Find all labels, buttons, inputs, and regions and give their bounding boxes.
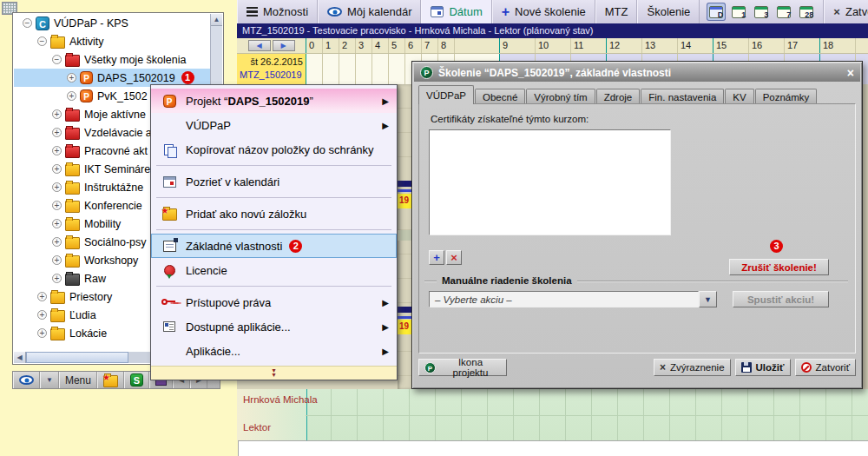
calendar-zoom-label: 3 xyxy=(764,10,768,19)
zoom-7-button[interactable]: 7 xyxy=(774,3,793,21)
tab-v-dpap[interactable]: VÚDPaP xyxy=(418,85,474,104)
tab-fin-nastavenia[interactable]: Fin. nastavenia xyxy=(641,89,724,104)
toolbar-close[interactable]: ×Zatvoriť xyxy=(824,0,868,23)
gantt-bar-fragment xyxy=(398,181,412,187)
expander-plus-icon[interactable]: + xyxy=(37,310,47,320)
gantt-cell[interactable] xyxy=(355,54,372,84)
expander-plus-icon[interactable]: + xyxy=(37,292,47,301)
save-button[interactable]: Uložiť xyxy=(735,359,791,376)
expander-plus-icon[interactable]: + xyxy=(52,201,62,210)
toolbar-label: Môj kalendár xyxy=(347,5,411,18)
calendar-zoom-label: 1 xyxy=(741,10,746,19)
expander-plus-icon[interactable]: + xyxy=(52,274,62,283)
menu-vudpap[interactable]: VÚDPaP▶ xyxy=(151,113,397,137)
menu-item-label: VÚDPaP xyxy=(186,119,231,132)
cancel-training-button[interactable]: Zrušiť školenie! xyxy=(729,259,829,275)
remove-certificate-button[interactable]: × xyxy=(446,250,462,265)
folder-yellow-icon xyxy=(65,201,80,213)
add-certificate-button[interactable]: + xyxy=(429,250,444,265)
expander-plus-icon[interactable]: + xyxy=(52,237,62,247)
dropdown-arrow-button[interactable]: ▼ xyxy=(699,291,717,307)
gantt-cell[interactable] xyxy=(372,54,388,84)
toolbar-new-training[interactable]: +Nové školenie xyxy=(492,0,595,23)
run-action-button[interactable]: Spustiť akciu! xyxy=(733,291,829,307)
dialog-title-bar[interactable]: P Školenie “DAPS_1502019”, základné vlas… xyxy=(414,63,860,82)
zoom-day-button[interactable]: D xyxy=(707,3,726,21)
expander-plus-icon[interactable]: + xyxy=(52,146,62,155)
bookmark-icon xyxy=(103,375,118,387)
bookmark-button[interactable] xyxy=(97,372,124,388)
visibility-button[interactable] xyxy=(13,372,40,388)
menu-view-in-calendar[interactable]: Pozrieť v kalendári xyxy=(151,169,397,194)
bottom-scroll-strip[interactable] xyxy=(238,440,868,456)
nav-prev-button[interactable]: ◀ xyxy=(248,40,271,51)
dialog-close-icon[interactable]: × xyxy=(847,66,854,80)
scrollbar-thumb[interactable] xyxy=(26,352,128,363)
toolbar-date[interactable]: Dátum xyxy=(421,0,491,23)
menu-applications[interactable]: Aplikácie...▶ xyxy=(151,339,397,363)
tree-item-label: Sociálno-psy xyxy=(84,236,147,248)
tab-zdroje[interactable]: Zdroje xyxy=(596,89,641,104)
mtz-row-label[interactable]: MTZ_1502019 xyxy=(240,69,303,80)
expander-plus-icon[interactable]: + xyxy=(37,328,47,338)
tab-pozn-mky[interactable]: Poznámky xyxy=(755,89,818,104)
menu-licenses[interactable]: Licencie xyxy=(151,258,397,282)
menu-item-icon-slot xyxy=(159,241,180,252)
tree-item-label: Aktivity xyxy=(69,36,104,48)
gantt-cell[interactable] xyxy=(388,54,404,84)
menu-access-rights[interactable]: Prístupové práva▶ xyxy=(151,290,397,314)
menu-add-bookmark[interactable]: Pridať ako novú záložku xyxy=(151,202,397,226)
expander-plus-icon[interactable]: + xyxy=(67,73,76,83)
tab-obecn-[interactable]: Obecné xyxy=(475,89,525,104)
gantt-cell[interactable] xyxy=(322,54,339,84)
visibility-dropdown[interactable]: ▼ xyxy=(40,372,59,388)
s-application-button[interactable]: S xyxy=(124,372,149,388)
project-icon-button[interactable]: P Ikona projektu xyxy=(418,359,507,376)
action-select[interactable]: – Vyberte akciu – xyxy=(429,291,699,307)
zoom-3-button[interactable]: 3 xyxy=(752,3,771,21)
toolbar-my-calendar[interactable]: Môj kalendár xyxy=(318,0,421,23)
folder-yellow-icon xyxy=(50,310,65,322)
submenu-arrow-icon: ▶ xyxy=(382,322,389,332)
menu-available-applications[interactable]: Dostupné aplikácie...▶ xyxy=(151,314,397,339)
highlight-button[interactable]: × Zvýraznenie xyxy=(654,359,731,376)
toolbar-mtz[interactable]: MTZ xyxy=(595,0,638,23)
expander-plus-icon[interactable]: + xyxy=(52,109,62,119)
date-label: št 26.2.2015 xyxy=(240,56,303,67)
tree-item[interactable]: −Aktivity xyxy=(14,32,211,50)
nav-next-button[interactable]: ▶ xyxy=(273,40,295,51)
expander-plus-icon[interactable]: + xyxy=(67,91,76,101)
expander-minus-icon[interactable]: − xyxy=(23,18,32,28)
expander-minus-icon[interactable]: − xyxy=(52,55,62,64)
scroll-up-icon[interactable]: ▲ xyxy=(211,14,222,26)
calendar-blue-icon xyxy=(431,6,444,17)
tab-kv[interactable]: KV xyxy=(725,89,753,104)
button-label: Menu xyxy=(65,374,91,387)
calendar-zoom-label: D xyxy=(718,10,724,19)
toolbar-training[interactable]: Školenie xyxy=(637,0,700,23)
tree-item[interactable]: −Všetky moje školenia xyxy=(14,50,211,69)
expander-plus-icon[interactable]: + xyxy=(52,219,62,228)
menu-button[interactable]: Menu xyxy=(59,372,97,388)
menu-basic-properties[interactable]: Základné vlastnosti2 xyxy=(151,234,397,258)
menu-project[interactable]: PProjekt “DAPS_1502019”▶ xyxy=(151,89,397,113)
expander-plus-icon[interactable]: + xyxy=(52,128,62,137)
tree-item[interactable]: −CVÚDPaP - KPS xyxy=(14,14,211,32)
scroll-left-icon[interactable]: ◀ xyxy=(14,352,26,363)
close-button[interactable]: Zatvoriť xyxy=(795,359,856,376)
expander-plus-icon[interactable]: + xyxy=(52,164,62,174)
tab-v-robn-t-m[interactable]: Výrobný tím xyxy=(526,89,595,104)
zoom-1-button[interactable]: 1 xyxy=(729,3,748,21)
zoom-28-button[interactable]: 28 xyxy=(797,3,816,21)
menu-scroll-more[interactable]: ▾▾ xyxy=(151,366,397,380)
expander-plus-icon[interactable]: + xyxy=(52,255,62,265)
gantt-cell[interactable] xyxy=(306,54,322,84)
toolbar-options[interactable]: Možnosti xyxy=(237,0,318,23)
hour-label: 18 xyxy=(819,38,855,53)
menu-copy-name[interactable]: Kopírovať názov položky do schránky xyxy=(151,137,397,162)
certificates-listbox[interactable] xyxy=(429,129,671,235)
expander-plus-icon[interactable]: + xyxy=(52,182,62,192)
tree-item-label: Všetky moje školenia xyxy=(84,54,186,66)
gantt-cell[interactable] xyxy=(339,54,355,84)
expander-minus-icon[interactable]: − xyxy=(37,36,47,46)
